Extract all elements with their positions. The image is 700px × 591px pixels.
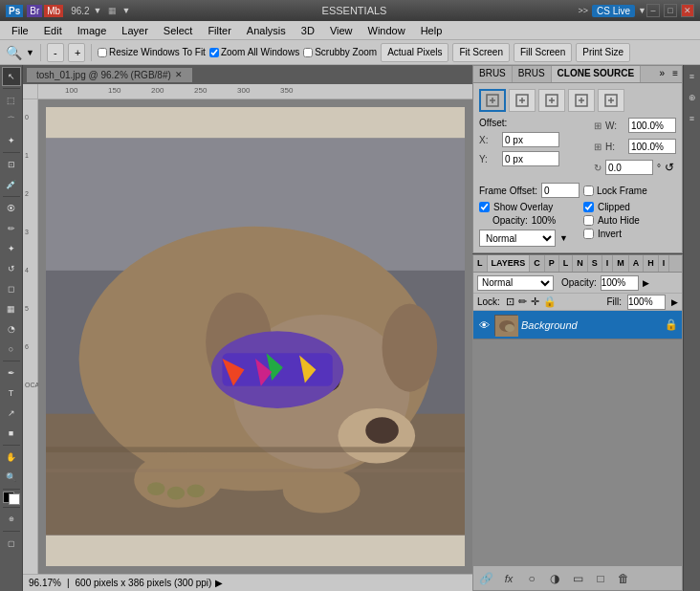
zoom-dropdown-icon[interactable]: ▼	[94, 6, 102, 15]
menu-layer[interactable]: Layer	[114, 23, 156, 38]
spot-heal-tool[interactable]: ⦿	[2, 199, 21, 218]
move-tool[interactable]: ↖	[2, 67, 21, 86]
screen-mode-tool[interactable]: ▢	[2, 534, 21, 553]
delete-layer-btn[interactable]: 🗑	[615, 570, 632, 587]
doc-tab-item[interactable]: tosh_01.jpg @ 96.2% (RGB/8#) ✕	[27, 68, 192, 82]
menu-select[interactable]: Select	[156, 23, 201, 38]
dodge-tool[interactable]: ○	[2, 339, 21, 359]
fit-screen-button[interactable]: Fit Screen	[452, 43, 510, 62]
scrubby-zoom-checkbox[interactable]: Scrubby Zoom	[303, 47, 377, 57]
zoom-drop-icon[interactable]: ▼	[26, 48, 34, 57]
right-tool-1[interactable]: ≡	[686, 67, 699, 86]
actual-pixels-button[interactable]: Actual Pixels	[381, 43, 448, 62]
history-brush-tool[interactable]: ↺	[2, 259, 21, 278]
hand-tool[interactable]: ✋	[2, 448, 21, 467]
invert-checkbox[interactable]	[583, 229, 594, 239]
fill-input[interactable]	[627, 295, 666, 310]
brush-tool[interactable]: ✏	[2, 219, 21, 238]
zoom-in-btn[interactable]: +	[68, 43, 85, 62]
menu-3d[interactable]: 3D	[294, 23, 322, 38]
mb-icon[interactable]: Mb	[44, 5, 63, 17]
quick-mask-tool[interactable]: ⊕	[2, 510, 21, 529]
menu-filter[interactable]: Filter	[200, 23, 238, 38]
opacity-arrow[interactable]: ▶	[643, 278, 649, 288]
refresh-button[interactable]: ↺	[665, 161, 674, 174]
layers-mini-tab[interactable]: L	[473, 255, 488, 272]
cs-dropdown-icon[interactable]: ▼	[638, 6, 646, 15]
resize-windows-checkbox[interactable]: Resize Windows To Fit	[98, 47, 206, 57]
zoom-tool-icon[interactable]: 🔍	[6, 45, 22, 60]
lasso-tool[interactable]: ⌒	[2, 111, 21, 130]
show-overlay-checkbox[interactable]	[479, 202, 490, 212]
pen-tool[interactable]: ✒	[2, 363, 21, 383]
print-size-button[interactable]: Print Size	[576, 43, 630, 62]
quick-select-tool[interactable]: ✦	[2, 131, 21, 150]
paths-tab[interactable]: P	[545, 255, 559, 272]
zoom-all-input[interactable]	[209, 48, 219, 57]
frame-offset-input[interactable]	[541, 183, 580, 198]
m-tab[interactable]: M	[613, 255, 629, 272]
n-tab[interactable]: N	[573, 255, 588, 272]
clone-src-btn-2[interactable]	[509, 89, 536, 112]
zoom-all-checkbox[interactable]: Zoom All Windows	[209, 47, 299, 57]
layer-link-btn[interactable]: 🔗	[477, 570, 494, 587]
marquee-tool[interactable]: ⬚	[2, 91, 21, 110]
layer-blend-select[interactable]: Normal	[477, 275, 554, 291]
resize-windows-input[interactable]	[98, 48, 107, 57]
clone-src-btn-1[interactable]	[479, 89, 506, 112]
clone-source-tab[interactable]: CLONE SOURCE	[552, 66, 642, 82]
color-swatches[interactable]	[3, 492, 20, 505]
layout-icon[interactable]: ▦	[108, 6, 117, 15]
i-tab[interactable]: I	[602, 255, 614, 272]
expand-icon[interactable]: >>	[579, 6, 589, 15]
layers-main-tab[interactable]: LAYERS	[488, 255, 531, 272]
blend-mode-select[interactable]: Normal	[479, 230, 556, 247]
l-tab[interactable]: L	[559, 255, 574, 272]
panel-expand-btn[interactable]: »	[656, 66, 669, 82]
close-button[interactable]: ✕	[681, 4, 694, 17]
text-tool[interactable]: T	[2, 383, 21, 403]
lock-image-icon[interactable]: ✏	[518, 296, 527, 308]
menu-image[interactable]: Image	[70, 23, 115, 38]
rotate-input[interactable]	[605, 160, 653, 175]
opacity-input[interactable]	[601, 275, 639, 291]
clone-src-btn-5[interactable]	[598, 89, 624, 112]
clone-stamp-tool[interactable]: ✦	[2, 239, 21, 258]
new-layer-btn[interactable]: □	[592, 570, 609, 587]
lock-frame-checkbox[interactable]	[583, 186, 594, 196]
clipped-checkbox[interactable]	[583, 202, 594, 212]
shape-tool[interactable]: ■	[2, 424, 21, 443]
layer-mask-btn[interactable]: ○	[523, 570, 540, 587]
layer-fx-btn[interactable]: fx	[500, 570, 517, 587]
menu-file[interactable]: File	[4, 23, 36, 38]
lock-position-icon[interactable]: ✛	[531, 296, 539, 308]
blur-tool[interactable]: ◔	[2, 319, 21, 339]
layout-dropdown-icon[interactable]: ▼	[122, 6, 131, 15]
gradient-tool[interactable]: ▦	[2, 299, 21, 318]
br-icon[interactable]: Br	[27, 5, 42, 17]
scrubby-zoom-input[interactable]	[303, 48, 313, 57]
menu-help[interactable]: Help	[413, 23, 450, 38]
x-input[interactable]	[502, 132, 559, 147]
panel-menu-btn[interactable]: ≡	[668, 66, 682, 82]
fill-arrow[interactable]: ▶	[671, 297, 678, 307]
channels-tab[interactable]: C	[530, 255, 545, 272]
canvas-image[interactable]	[38, 99, 472, 574]
background-color[interactable]	[9, 493, 20, 505]
s-tab[interactable]: S	[588, 255, 602, 272]
zoom-tool[interactable]: 🔍	[2, 468, 21, 487]
lock-frame-label[interactable]: Lock Frame	[583, 186, 647, 196]
i2-tab[interactable]: I	[659, 255, 670, 272]
crop-tool[interactable]: ⊡	[2, 155, 21, 174]
h-tab[interactable]: H	[644, 255, 659, 272]
menu-window[interactable]: Window	[361, 23, 413, 38]
menu-view[interactable]: View	[322, 23, 361, 38]
a-tab[interactable]: A	[629, 255, 645, 272]
right-tool-2[interactable]: ⊕	[686, 88, 699, 107]
layer-adjustment-btn[interactable]: ◑	[546, 570, 563, 587]
menu-analysis[interactable]: Analysis	[239, 23, 294, 38]
eyedropper-tool[interactable]: 💉	[2, 175, 21, 194]
y-input[interactable]	[502, 151, 559, 166]
layer-visibility-icon[interactable]: 👁	[477, 318, 491, 332]
brush-tab-1[interactable]: BRUS	[473, 66, 513, 82]
